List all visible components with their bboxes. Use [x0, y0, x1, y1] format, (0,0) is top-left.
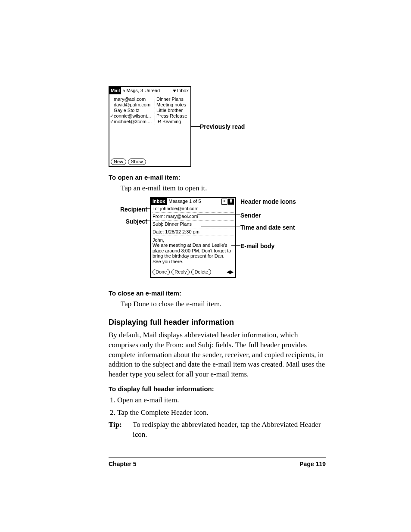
delete-button[interactable]: Delete	[191, 269, 211, 275]
show-button[interactable]: Show	[128, 159, 146, 165]
app-title: Inbox	[151, 198, 167, 205]
heading-open-email: To open an e-mail item:	[109, 173, 326, 182]
prev-next-arrows[interactable]: ◀▶	[227, 268, 233, 275]
subject-cell: IR Beaming	[155, 118, 181, 125]
reply-button[interactable]: Reply	[171, 269, 190, 275]
chevron-down-icon	[173, 90, 176, 92]
header-to: To: johndoe@aol.com	[153, 205, 234, 213]
heading-full-header: Displaying full header information	[109, 317, 326, 327]
header-from: From: mary@aol.com	[153, 213, 234, 221]
read-check-icon: ✓	[110, 114, 114, 118]
message-body: John, We are meeting at Dan and Leslie's…	[151, 236, 235, 264]
folder-name: Inbox	[177, 87, 189, 94]
done-button[interactable]: Done	[153, 269, 170, 275]
message-view-figure: Recipient Subject Inbox Message 1 of 5 ≡…	[109, 197, 326, 283]
callout-body: E-mail body	[240, 242, 274, 250]
callout-datetime: Time and date sent	[240, 224, 295, 232]
list-item[interactable]: mary@aol.com Dinner Plans	[109, 96, 190, 102]
list-item[interactable]: david@palm.com Meeting notes	[109, 102, 190, 108]
palm-message-screen: Inbox Message 1 of 5 ≡ ≣ To: johndoe@aol…	[150, 197, 236, 278]
step-item: Tap the Complete Header icon.	[117, 408, 326, 418]
inbox-list-figure: Mail 5 Msgs, 3 Unread Inbox mary@aol.com…	[109, 86, 326, 167]
step-item: Open an e-mail item.	[117, 395, 326, 405]
leader-line	[231, 245, 240, 246]
list-item[interactable]: Gayle Stoltz Little brother	[109, 108, 190, 113]
callout-previously-read: Previously read	[200, 123, 245, 131]
para-close-email: Tap Done to close the e-mail item.	[121, 299, 326, 309]
callout-sender: Sender	[240, 212, 261, 220]
tip-body: To redisplay the abbreviated header, tap…	[133, 420, 326, 440]
leader-line	[191, 126, 200, 127]
app-title: Mail	[109, 87, 121, 94]
steps-list: Open an e-mail item. Tap the Complete He…	[117, 395, 326, 418]
inbox-status: 5 Msgs, 3 Unread	[122, 87, 173, 94]
page-footer: Chapter 5 Page 119	[109, 457, 326, 468]
complete-header-icon[interactable]: ≣	[228, 199, 234, 205]
sender-cell: michael@3com....	[114, 118, 155, 125]
palm-inbox-screen: Mail 5 Msgs, 3 Unread Inbox mary@aol.com…	[109, 86, 191, 167]
footer-chapter: Chapter 5	[109, 460, 137, 468]
message-counter: Message 1 of 5	[168, 198, 221, 205]
leader-line	[234, 201, 240, 201]
para-open-email: Tap an e-mail item to open it.	[121, 184, 326, 193]
para-full-header: By default, Mail displays abbreviated he…	[109, 330, 326, 380]
callout-header-icons: Header mode icons	[240, 198, 296, 206]
leader-line	[197, 215, 240, 215]
read-check-icon: ✓	[110, 119, 114, 124]
new-button[interactable]: New	[111, 159, 126, 165]
footer-page: Page 119	[299, 460, 326, 468]
abbreviated-header-icon[interactable]: ≡	[221, 199, 227, 205]
callout-subject: Subject	[113, 218, 147, 226]
list-item[interactable]: ✓ connie@wilsont... Press Release	[109, 113, 190, 119]
list-item[interactable]: ✓ michael@3com.... IR Beaming	[109, 119, 190, 124]
leader-line	[201, 227, 240, 227]
header-date: Date: 1/28/02 2:30 pm	[153, 228, 234, 236]
heading-close-email: To close an e-mail item:	[109, 289, 326, 298]
message-list: mary@aol.com Dinner Plans david@palm.com…	[109, 94, 190, 124]
tip-label: Tip:	[109, 420, 133, 440]
heading-display-full: To display full header information:	[109, 385, 326, 393]
callout-recipient: Recipient	[113, 205, 147, 214]
header-mode-icons[interactable]: ≡ ≣	[221, 199, 235, 205]
folder-picker[interactable]: Inbox	[173, 87, 190, 94]
